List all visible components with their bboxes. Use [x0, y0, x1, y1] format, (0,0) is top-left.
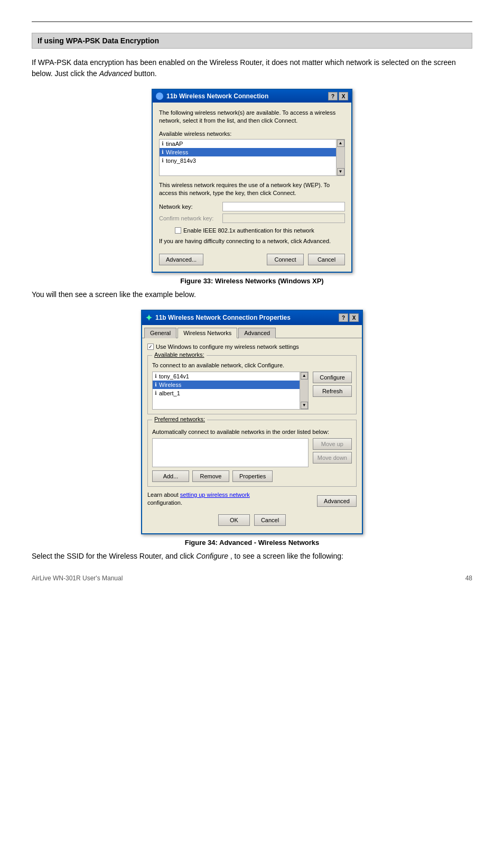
move-up-btn[interactable]: Move up [313, 438, 352, 450]
ieee-checkbox-label: Enable IEEE 802.1x authentication for th… [183, 227, 314, 234]
figure-34-container: ✦ 11b Wireless Network Connection Proper… [32, 310, 472, 547]
add-remove-row: Add... Remove Properties [152, 470, 352, 482]
figure-34-caption: Figure 34: Advanced - Wireless Networks [185, 539, 319, 547]
avail-side-buttons: Configure Refresh [313, 372, 352, 410]
available-networks-group: Available networks: To connect to an ava… [147, 355, 357, 414]
page-footer: AirLive WN-301R User's Manual 48 [32, 575, 472, 582]
use-windows-label: Use Windows to configure my wireless net… [156, 344, 299, 350]
dialog2-ok-btn[interactable]: OK [218, 514, 250, 526]
use-windows-checkbox[interactable]: ✓ [147, 344, 154, 350]
move-buttons: Move up Move down [313, 438, 352, 467]
dialog2-title-text: 11b Wireless Network Connection Properti… [155, 314, 291, 321]
available-networks-list-area: ℹ tony_614v1 ℹ Wireless ℹ albert_1 [152, 372, 352, 410]
dialog-wireless-props: ✦ 11b Wireless Network Connection Proper… [141, 310, 363, 535]
dialog1-footer: Advanced... Connect Cancel [159, 249, 345, 265]
dialog2-body: ✓ Use Windows to configure my wireless n… [142, 338, 362, 534]
network-name-3: tony_814v3 [166, 158, 196, 164]
confirm-key-input[interactable] [222, 214, 345, 223]
avail-scroll-down[interactable]: ▼ [301, 402, 308, 409]
figure-33-container: 11b Wireless Network Connection ? X The … [32, 89, 472, 285]
conclusion-paragraph: Select the SSID for the Wireless Router,… [32, 551, 472, 562]
between-text: You will then see a screen like the exam… [32, 289, 472, 300]
dialog2-cancel-btn[interactable]: Cancel [254, 514, 286, 526]
listbox-scrollbar[interactable]: ▲ ▼ [336, 140, 344, 175]
avail-net-icon-2: ℹ [155, 382, 157, 387]
learn-link[interactable]: setting up wireless network [180, 492, 250, 498]
props-icon: ✦ [145, 313, 152, 323]
scroll-up[interactable]: ▲ [337, 140, 344, 147]
connect-text: To connect to an available network, clic… [152, 362, 352, 368]
network-icon-2: ℹ [162, 149, 164, 155]
avail-net-name-3: albert_1 [159, 390, 180, 396]
network-icon-3: ℹ [162, 158, 164, 163]
add-btn[interactable]: Add... [152, 470, 189, 482]
properties-btn[interactable]: Properties [232, 470, 273, 482]
dialog1-advanced-link-text: If you are having difficulty connecting … [159, 238, 345, 244]
remove-btn[interactable]: Remove [192, 470, 229, 482]
dialog1-close-btn[interactable]: X [339, 92, 348, 100]
preferred-list-area: Move up Move down [152, 438, 352, 467]
network-name-2: Wireless [166, 149, 188, 155]
available-networks-listbox[interactable]: ℹ tony_614v1 ℹ Wireless ℹ albert_1 [152, 372, 309, 410]
list-item[interactable]: ℹ albert_1 [153, 389, 308, 397]
footer-page-number: 48 [465, 575, 472, 582]
dialog1-title-area: 11b Wireless Network Connection [156, 92, 268, 100]
list-item[interactable]: ℹ tony_614v1 [153, 372, 308, 381]
avail-net-icon-3: ℹ [155, 390, 157, 396]
list-item[interactable]: ℹ tinaAP [160, 140, 344, 148]
dialog2-close-btn[interactable]: X [349, 313, 359, 322]
preferred-networks-group: Preferred networks: Automatically connec… [147, 420, 357, 487]
dialog1-title-text: 11b Wireless Network Connection [166, 92, 268, 100]
dialog2-controls[interactable]: ? X [339, 313, 359, 322]
preferred-listbox[interactable] [152, 438, 309, 467]
network-key-row: Network key: [159, 202, 345, 211]
scroll-down[interactable]: ▼ [337, 168, 344, 175]
dialog1-titlebar: 11b Wireless Network Connection ? X [153, 90, 351, 103]
list-item[interactable]: ℹ tony_814v3 [160, 156, 344, 165]
ieee-checkbox-row: Enable IEEE 802.1x authentication for th… [159, 227, 345, 234]
dialog2-footer: OK Cancel [147, 511, 357, 528]
preferred-content: Automatically connect to available netwo… [152, 429, 352, 482]
dialog1-help-btn[interactable]: ? [328, 92, 338, 100]
top-border [32, 21, 472, 22]
avail-scroll-up[interactable]: ▲ [301, 372, 308, 379]
dialog1-wep-text: This wireless network requires the use o… [159, 181, 345, 198]
configure-btn[interactable]: Configure [313, 372, 352, 383]
confirm-key-label: Confirm network key: [159, 215, 222, 221]
network-key-input[interactable] [222, 202, 345, 211]
section-heading: If using WPA-PSK Data Encryption [32, 33, 472, 49]
dialog1-networks-listbox[interactable]: ℹ tinaAP ℹ Wireless ℹ tony_814v3 ▲ ▼ [159, 139, 345, 176]
move-down-btn[interactable]: Move down [313, 452, 352, 464]
dialog2-advanced-btn[interactable]: Advanced [317, 495, 357, 507]
intro-paragraph: If WPA-PSK data encryption has been enab… [32, 57, 472, 79]
learn-text: Learn about setting up wireless network … [147, 491, 250, 507]
tab-wireless-networks[interactable]: Wireless Networks [178, 328, 237, 338]
tabs-bar: General Wireless Networks Advanced [142, 325, 362, 338]
dialog1-controls[interactable]: ? X [328, 92, 348, 100]
preferred-networks-label: Preferred networks: [152, 416, 207, 422]
dialog2-help-btn[interactable]: ? [339, 313, 348, 322]
network-key-label: Network key: [159, 203, 222, 210]
dialog1-advanced-btn[interactable]: Advanced... [159, 254, 203, 265]
ieee-checkbox[interactable] [175, 227, 181, 234]
available-networks-content: To connect to an available network, clic… [152, 362, 352, 410]
dialog1-body: The following wireless network(s) are av… [153, 103, 351, 272]
list-item[interactable]: ℹ Wireless [153, 381, 308, 389]
preferred-desc: Automatically connect to available netwo… [152, 429, 352, 435]
list-item[interactable]: ℹ Wireless [160, 148, 344, 156]
dialog1-body-text: The following wireless network(s) are av… [159, 109, 345, 125]
tab-general[interactable]: General [144, 328, 176, 338]
confirm-key-row: Confirm network key: [159, 214, 345, 223]
dialog1-cancel-btn[interactable]: Cancel [308, 254, 345, 265]
dialog1-connect-btn[interactable]: Connect [267, 254, 304, 265]
dialog2-titlebar: ✦ 11b Wireless Network Connection Proper… [142, 311, 362, 325]
footer-left: AirLive WN-301R User's Manual [32, 575, 123, 582]
dialog1-icon [156, 92, 163, 100]
avail-scrollbar[interactable]: ▲ ▼ [300, 372, 308, 409]
dialog-wireless-connection: 11b Wireless Network Connection ? X The … [152, 89, 352, 273]
use-windows-row: ✓ Use Windows to configure my wireless n… [147, 344, 357, 350]
figure-33-caption: Figure 33: Wireless Networks (Windows XP… [180, 277, 323, 285]
refresh-btn[interactable]: Refresh [313, 385, 352, 397]
avail-net-icon-1: ℹ [155, 373, 157, 379]
tab-advanced[interactable]: Advanced [238, 328, 276, 338]
